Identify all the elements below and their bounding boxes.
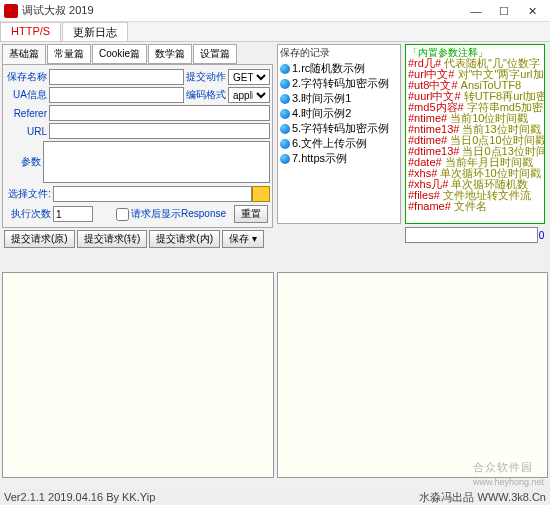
saved-item[interactable]: 2.字符转码加密示例 [278, 76, 400, 91]
checkbox-showresponse[interactable] [116, 208, 129, 221]
subtab-const[interactable]: 常量篇 [47, 44, 91, 64]
submit-inner-button[interactable]: 提交请求(内) [149, 230, 220, 248]
app-icon [4, 4, 18, 18]
version-label: Ver2.1.1 2019.04.16 By KK.Yip [4, 491, 155, 503]
input-referer[interactable] [49, 105, 270, 121]
globe-icon [280, 79, 290, 89]
subtab-math[interactable]: 数学篇 [148, 44, 192, 64]
label-url: URL [5, 126, 49, 137]
subtab-settings[interactable]: 设置篇 [193, 44, 237, 64]
label-params: 参数 [5, 155, 43, 169]
footer-credit: 水淼冯出品 WWW.3k8.Cn [419, 490, 546, 505]
input-ua[interactable] [49, 87, 184, 103]
annotation-box: 「内置参数注释」 #rd几# 代表随机"几"位数字 #url中文# 对"中文"两… [405, 44, 545, 224]
label-execcount: 执行次数 [5, 207, 53, 221]
globe-icon [280, 109, 290, 119]
tab-changelog[interactable]: 更新日志 [62, 22, 128, 41]
input-url[interactable] [49, 123, 270, 139]
label-encfmt: 编码格式 [184, 88, 228, 102]
saved-item[interactable]: 4.时间示例2 [278, 106, 400, 121]
counter-value: 0 [538, 230, 545, 241]
globe-icon [280, 154, 290, 164]
input-filepath[interactable] [53, 186, 252, 202]
label-savename: 保存名称 [5, 70, 49, 84]
browse-button[interactable] [252, 186, 270, 202]
submit-encoded-button[interactable]: 提交请求(转) [77, 230, 148, 248]
select-method[interactable]: GET [228, 69, 270, 85]
saved-item[interactable]: 7.https示例 [278, 151, 400, 166]
globe-icon [280, 124, 290, 134]
label-referer: Referer [5, 108, 49, 119]
close-button[interactable]: ✕ [518, 2, 546, 20]
output-pane-left[interactable] [2, 272, 274, 478]
globe-icon [280, 139, 290, 149]
tab-http[interactable]: HTTP/S [0, 22, 61, 41]
globe-icon [280, 94, 290, 104]
submit-raw-button[interactable]: 提交请求(原) [4, 230, 75, 248]
textarea-params[interactable] [43, 141, 270, 183]
reset-button[interactable]: 重置 [234, 205, 268, 223]
maximize-button[interactable]: ☐ [490, 2, 518, 20]
saved-item[interactable]: 6.文件上传示例 [278, 136, 400, 151]
input-savename[interactable] [49, 69, 184, 85]
saved-item[interactable]: 3.时间示例1 [278, 91, 400, 106]
label-ua: UA信息 [5, 88, 49, 102]
saved-item[interactable]: 5.字符转码加密示例 [278, 121, 400, 136]
saved-item[interactable]: 1.rc随机数示例 [278, 61, 400, 76]
window-title: 调试大叔 2019 [22, 3, 462, 18]
subtab-cookie[interactable]: Cookie篇 [92, 44, 147, 64]
label-selectfile: 选择文件: [5, 187, 53, 201]
counter-input[interactable] [405, 227, 538, 243]
select-encoding[interactable]: appli [228, 87, 270, 103]
input-execcount[interactable] [53, 206, 93, 222]
label-showresponse: 请求后显示Response [131, 207, 226, 221]
saved-header: 保存的记录 [278, 45, 400, 61]
save-dropdown-button[interactable]: 保存 ▾ [222, 230, 264, 248]
globe-icon [280, 64, 290, 74]
minimize-button[interactable]: — [462, 2, 490, 20]
subtab-basic[interactable]: 基础篇 [2, 44, 46, 64]
label-submitaction: 提交动作 [184, 70, 228, 84]
output-pane-right[interactable] [277, 272, 549, 478]
